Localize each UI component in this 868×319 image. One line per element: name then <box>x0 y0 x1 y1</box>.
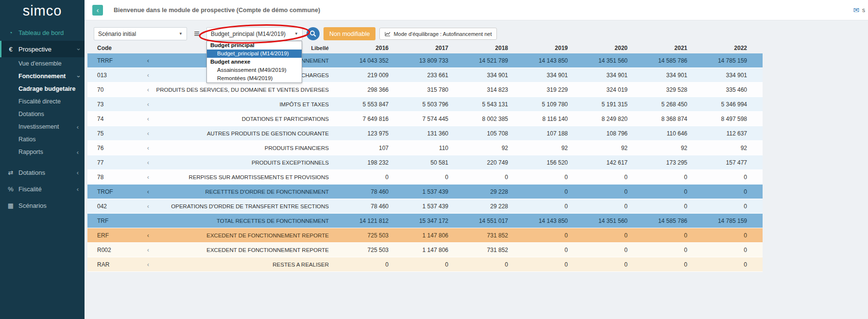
row-value: 105 708 <box>453 130 513 137</box>
app-logo: simco <box>0 0 85 21</box>
non-modifiable-button[interactable]: Non modifiable <box>323 27 375 40</box>
sidebar-item-fiscalite-directe[interactable]: Fiscalité directe <box>0 95 85 108</box>
euro-icon: € <box>7 46 15 53</box>
row-code: 73 <box>87 101 141 108</box>
row-value: 0 <box>632 203 692 210</box>
budget-dropdown: Budget principalBudget_principal (M14/20… <box>206 41 302 83</box>
sidebar-item-ratios[interactable]: Ratios <box>0 133 85 146</box>
chevron-left-icon[interactable]: ‹ <box>141 71 155 79</box>
chevron-down-icon[interactable]: ‹ <box>141 57 155 64</box>
chevron-left-icon[interactable]: ‹ <box>141 144 155 151</box>
table-row[interactable]: 70‹PRODUITS DES SERVICES, DU DOMAINE ET … <box>87 83 763 97</box>
menu-icon[interactable]: ≡ <box>193 28 201 39</box>
sidebar-item-scenarios[interactable]: ▦Scénarios <box>0 197 85 214</box>
sidebar-item-tableau-de-bord[interactable]: ◔Tableau de bord <box>0 24 85 41</box>
sidebar-item-label: Vue d'ensemble <box>18 60 62 67</box>
table-row[interactable]: 78‹RERPISES SUR AMORTISSEMENTS ET PROVIS… <box>87 170 763 185</box>
budget-select[interactable]: Budget_principal (M14/2019) ▼ <box>206 27 303 40</box>
row-value: 14 785 159 <box>692 57 752 64</box>
chevron-down-icon[interactable]: ‹ <box>141 232 155 239</box>
row-code: TRRF <box>87 57 141 64</box>
chevron-left-icon[interactable]: ‹ <box>141 246 155 253</box>
row-value: 108 796 <box>573 130 632 137</box>
row-label: OPERATIONS D'ORDRE DE TRANSFERT ENTRE SE… <box>155 203 334 209</box>
sidebar-item-dotations[interactable]: ⇄Dotations‹ <box>0 164 85 181</box>
row-value: 5 543 131 <box>453 101 513 108</box>
row-value: 173 295 <box>632 159 692 166</box>
chevron-down-icon[interactable]: ‹ <box>141 188 155 195</box>
table-header: CodeLibellé2016201720182019202020212022 <box>87 43 763 53</box>
row-value: 0 <box>692 174 752 181</box>
row-label: PRODUITS EXCEPTIONNELS <box>155 160 334 166</box>
sidebar-item-label: Ratios <box>18 136 35 143</box>
row-value: 14 351 560 <box>573 57 632 64</box>
sidebar-item-dotations-sub[interactable]: Dotations <box>0 108 85 120</box>
row-label: DOTATIONS ET PARTICIPATIONS <box>155 116 334 122</box>
row-value: 0 <box>513 174 573 181</box>
budget-table: CodeLibellé2016201720182019202020212022 … <box>87 43 763 272</box>
chevron-left-icon[interactable]: ‹ <box>141 101 155 108</box>
row-value: 13 809 733 <box>393 57 453 64</box>
dropdown-group-label: Budget principal <box>207 41 302 50</box>
column-header-2017: 2017 <box>393 45 453 51</box>
row-code: RAR <box>87 261 141 268</box>
chevron-left-icon[interactable]: ‹ <box>141 159 155 166</box>
sidebar-item-investissement[interactable]: Investissement‹ <box>0 120 85 133</box>
sidebar-item-vue-densemble[interactable]: Vue d'ensemble <box>0 57 85 70</box>
chevron-left-icon[interactable]: ‹ <box>141 86 155 93</box>
row-label: PRODUITS DES SERVICES, DU DOMAINE ET VEN… <box>155 87 334 93</box>
table-row[interactable]: RAR‹RESTES A REALISER0000000 <box>87 257 763 272</box>
chevron-left-icon[interactable]: ‹ <box>141 202 155 210</box>
table-row[interactable]: 74‹DOTATIONS ET PARTICIPATIONS7 649 8167… <box>87 112 763 126</box>
chevron-left-icon[interactable]: ‹ <box>141 261 155 268</box>
row-value: 14 521 789 <box>453 57 513 64</box>
row-code: 78 <box>87 174 141 181</box>
table-row[interactable]: TRFTOTAL RECETTES DE FONCTIONNEMENT14 12… <box>87 214 763 228</box>
scenario-select[interactable]: Scénario initial ▼ <box>94 27 187 40</box>
sidebar-item-label: Tableau de bord <box>18 29 64 36</box>
row-value: 0 <box>632 261 692 268</box>
mail-icon[interactable]: ✉ <box>853 6 859 15</box>
row-code: 77 <box>87 159 141 166</box>
dropdown-option[interactable]: Budget_principal (M14/2019) <box>207 50 302 58</box>
dropdown-option[interactable]: Assainissement (M49/2019) <box>207 66 302 74</box>
chevron-left-icon[interactable]: ‹ <box>141 130 155 137</box>
table-row[interactable]: 042‹OPERATIONS D'ORDRE DE TRANSFERT ENTR… <box>87 199 763 214</box>
sidebar-item-fiscalite[interactable]: %Fiscalité‹ <box>0 181 85 197</box>
sidebar-item-cadrage-budgetaire[interactable]: Cadrage budgetaire <box>0 83 85 95</box>
mode-equilibrage-button[interactable]: Mode d'équilibrage : Autofinancement net <box>379 28 497 40</box>
back-button[interactable]: ‹ <box>92 5 103 16</box>
table-row[interactable]: 76‹PRODUITS FINANCIERS1071109292929292 <box>87 141 763 155</box>
sidebar-item-rapports[interactable]: Rapports‹ <box>0 146 85 158</box>
chevron-left-icon: ‹ <box>77 169 79 176</box>
table-row[interactable]: 013‹ATTENUATIONS DE CHARGES219 009233 66… <box>87 68 763 83</box>
row-code: TROF <box>87 188 141 195</box>
table-row[interactable]: R002‹EXCEDENT DE FONCTIONNEMENT REPORTE7… <box>87 243 763 257</box>
row-value: 7 649 816 <box>334 116 393 122</box>
row-value: 0 <box>632 247 692 253</box>
chevron-left-icon[interactable]: ‹ <box>141 173 155 181</box>
row-value: 29 228 <box>453 188 513 195</box>
table-row[interactable]: 77‹PRODUITS EXCEPTIONNELS198 23250 58122… <box>87 155 763 170</box>
column-header-2021: 2021 <box>632 45 692 51</box>
budget-select-value: Budget_principal (M14/2019) <box>211 31 286 37</box>
row-value: 1 537 439 <box>393 203 453 210</box>
search-button[interactable] <box>306 27 320 40</box>
row-code: R002 <box>87 247 141 253</box>
row-value: 315 780 <box>393 86 453 93</box>
chevron-left-icon[interactable]: ‹ <box>141 115 155 122</box>
row-code: 76 <box>87 145 141 151</box>
row-code: ERF <box>87 232 141 239</box>
table-row[interactable]: 73‹IMPÔTS ET TAXES5 553 8475 503 7965 54… <box>87 97 763 112</box>
dropdown-option[interactable]: Remontées (M4/2019) <box>207 74 302 83</box>
table-row[interactable]: TROF‹RECETTTES D'ORDRE DE FONCTIONNEMENT… <box>87 185 763 199</box>
table-row[interactable]: TRRF‹RECETTES REELLES DE FONCTIONNEMENT1… <box>87 53 763 68</box>
row-value: 5 268 450 <box>632 101 692 108</box>
sidebar-item-fonctionnement[interactable]: Fonctionnement‹ <box>0 70 85 83</box>
table-row[interactable]: 75‹AUTRES PRODUITS DE GESTION COURANTE12… <box>87 126 763 141</box>
table-row[interactable]: ERF‹EXCEDENT DE FONCTIONNEMENT REPORTE72… <box>87 228 763 243</box>
row-value: 0 <box>453 174 513 181</box>
row-value: 0 <box>334 174 393 181</box>
row-value: 0 <box>453 261 513 268</box>
sidebar-item-prospective[interactable]: €Prospective‹ <box>0 41 85 57</box>
